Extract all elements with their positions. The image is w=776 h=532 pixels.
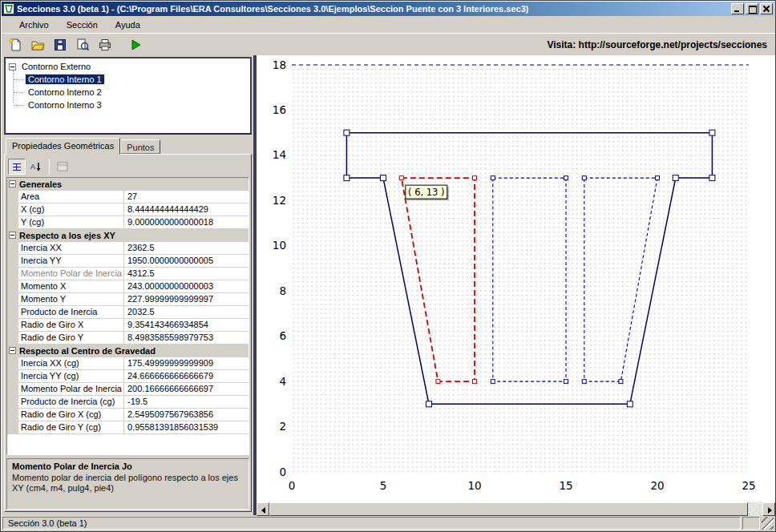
vertex-marker[interactable] — [344, 175, 350, 181]
vertex-marker[interactable] — [582, 380, 586, 384]
print-preview-button[interactable] — [73, 35, 92, 54]
property-value: -19.5 — [124, 396, 249, 409]
property-row-radio-de-giro-y-cg-[interactable]: Radio de Giro Y (cg)0.95581391856031539 — [7, 421, 249, 434]
property-value: 9.0000000000000018 — [124, 216, 249, 229]
category-row-generales[interactable]: Generales — [7, 178, 249, 191]
plot-grid — [292, 65, 749, 472]
vertex-marker[interactable] — [426, 401, 432, 407]
scrollbar-thumb[interactable] — [269, 502, 748, 516]
property-row-momento-x[interactable]: Momento X243.00000000000003 — [7, 280, 249, 293]
section-chart[interactable]: 0246810121416180510152025( 6, 13 ) — [257, 55, 773, 502]
category-collapse-icon[interactable] — [9, 347, 16, 354]
property-row-radio-de-giro-y[interactable]: Radio de Giro Y8.4983585598979753 — [7, 332, 249, 345]
open-button[interactable] — [28, 35, 47, 54]
property-label: Radio de Giro X — [18, 319, 124, 332]
minimize-button[interactable] — [731, 3, 744, 14]
x-tick-label: 25 — [742, 479, 755, 492]
row-gutter — [7, 421, 18, 434]
vertex-marker[interactable] — [564, 176, 568, 180]
status-bar: Sección 3.0 (beta 1) — [1, 515, 775, 531]
property-row-producto-de-inercia-cg-[interactable]: Producto de Inercia (cg)-19.5 — [7, 396, 249, 409]
row-gutter — [7, 191, 18, 204]
scrollbar-track[interactable] — [269, 502, 762, 516]
new-button[interactable] — [6, 35, 25, 54]
tree-item-contorno-externo[interactable]: Contorno Externo — [7, 60, 249, 73]
vertex-marker[interactable] — [709, 130, 715, 135]
property-label: Inercia YY — [18, 255, 124, 268]
property-label: Inercia YY (cg) — [18, 370, 124, 383]
resize-grip-icon[interactable] — [762, 517, 774, 530]
menu-ayuda[interactable]: Ayuda — [108, 18, 148, 31]
print-button[interactable] — [95, 35, 115, 54]
tree-collapse-icon[interactable] — [9, 63, 16, 71]
category-collapse-icon[interactable] — [9, 180, 16, 187]
vertex-marker[interactable] — [473, 176, 477, 180]
category-row-respecto-al-centro-de-gravedad[interactable]: Respecto al Centro de Gravedad — [7, 345, 249, 357]
contour-tree[interactable]: Contorno ExternoContorno Interno 1Contor… — [4, 57, 252, 135]
property-value: 9.354143466934854 — [124, 319, 249, 332]
property-label: Inercia XX — [18, 242, 124, 255]
vertex-marker[interactable] — [436, 380, 440, 384]
property-row-y-cg-[interactable]: Y (cg)9.0000000000000018 — [7, 216, 249, 229]
property-row-inercia-xx-cg-[interactable]: Inercia XX (cg)175.49999999999909 — [7, 357, 249, 370]
scroll-right-button[interactable] — [762, 502, 775, 516]
horizontal-scrollbar[interactable] — [257, 502, 775, 516]
category-row-respecto-a-los-ejes-xy[interactable]: Respecto a los ejes XY — [7, 229, 249, 242]
status-text-panel: Sección 3.0 (beta 1) — [2, 517, 741, 530]
category-collapse-icon[interactable] — [9, 232, 16, 239]
property-pages-button[interactable] — [54, 159, 71, 175]
vertex-marker[interactable] — [709, 175, 715, 181]
y-tick-label: 16 — [273, 103, 286, 116]
vertex-marker[interactable] — [344, 130, 350, 135]
tab-puntos[interactable]: Puntos — [120, 139, 160, 154]
property-row-producto-de-inercia[interactable]: Producto de Inercia2032.5 — [7, 306, 249, 319]
property-description-title: Momento Polar de Inercia Jo — [12, 461, 244, 471]
property-row-inercia-xx[interactable]: Inercia XX2362.5 — [7, 242, 249, 255]
title-bar[interactable]: Secciones 3.0 (beta 1) - (C:\Program Fil… — [2, 2, 774, 16]
property-grid: GeneralesArea27X (cg)8.444444444444429Y … — [6, 177, 249, 455]
scroll-left-button[interactable] — [257, 502, 269, 516]
vertex-marker[interactable] — [673, 175, 678, 181]
vertex-marker[interactable] — [656, 176, 660, 180]
property-value: 2032.5 — [124, 306, 249, 319]
tree-item-contorno-interno-2[interactable]: Contorno Interno 2 — [7, 86, 249, 99]
menu-archivo[interactable]: Archivo — [12, 18, 56, 31]
tree-item-label: Contorno Interno 1 — [26, 75, 104, 84]
tree-item-contorno-interno-1[interactable]: Contorno Interno 1 — [7, 73, 249, 86]
property-value: 4312.5 — [124, 268, 249, 280]
property-row-inercia-yy[interactable]: Inercia YY1950.0000000000005 — [7, 255, 249, 268]
property-row-x-cg-[interactable]: X (cg)8.444444444444429 — [7, 204, 249, 216]
vertex-marker[interactable] — [627, 401, 633, 407]
categorized-view-button[interactable] — [8, 159, 26, 175]
x-tick-label: 20 — [650, 479, 664, 492]
maximize-button[interactable] — [746, 3, 758, 14]
vertex-marker[interactable] — [619, 380, 623, 384]
row-gutter — [7, 383, 18, 396]
property-row-momento-y[interactable]: Momento Y227.99999999999997 — [7, 293, 249, 306]
property-row-momento-polar-de-inercia[interactable]: Momento Polar de Inercia4312.5 — [7, 268, 249, 280]
run-play-icon — [128, 38, 143, 52]
property-row-radio-de-giro-x[interactable]: Radio de Giro X9.354143466934854 — [7, 319, 249, 332]
property-row-inercia-yy-cg-[interactable]: Inercia YY (cg)24.666666666666679 — [7, 370, 249, 383]
toolbar-separator — [49, 159, 50, 174]
close-button[interactable] — [760, 3, 773, 14]
vertex-marker[interactable] — [491, 380, 495, 384]
alphabetical-sort-button[interactable]: A — [27, 159, 45, 175]
property-row-radio-de-giro-x-cg-[interactable]: Radio de Giro X (cg)2.5495097567963856 — [7, 409, 249, 421]
save-button[interactable] — [51, 35, 70, 54]
vertex-marker[interactable] — [491, 176, 495, 180]
vertex-marker[interactable] — [399, 176, 403, 180]
property-pages-icon — [57, 162, 68, 171]
property-label: Inercia XX (cg) — [18, 357, 124, 370]
tab-propiedades-geometricas[interactable]: Propiedades Geométricas — [6, 138, 120, 155]
run-button[interactable] — [126, 35, 145, 54]
vertex-marker[interactable] — [564, 380, 568, 384]
vertex-marker[interactable] — [381, 175, 386, 181]
vertex-marker[interactable] — [473, 380, 477, 384]
property-value: 27 — [124, 191, 249, 204]
property-row-momento-polar-de-inercia[interactable]: Momento Polar de Inercia200.166666666666… — [7, 383, 249, 396]
property-row-area[interactable]: Area27 — [7, 191, 249, 204]
vertex-marker[interactable] — [582, 176, 586, 180]
tree-item-contorno-interno-3[interactable]: Contorno Interno 3 — [7, 99, 249, 111]
menu-seccion[interactable]: Sección — [59, 18, 105, 31]
